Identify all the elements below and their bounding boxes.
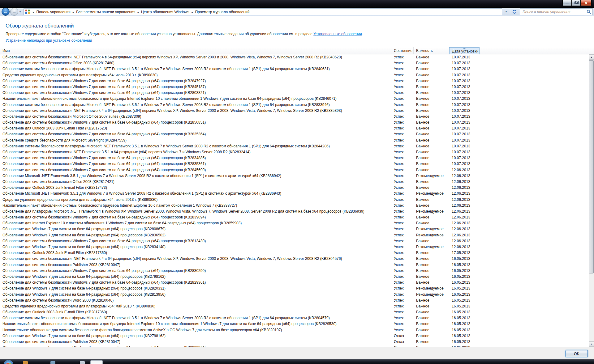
taskbar-icon[interactable]	[50, 361, 55, 364]
table-row[interactable]: Обновление для Windows 7 для систем на б…	[0, 226, 589, 232]
installed-updates-link[interactable]: Установленные обновления	[313, 32, 362, 36]
breadcrumb-item[interactable]: Панель управления	[37, 10, 71, 14]
taskbar-button[interactable]	[90, 360, 103, 364]
table-row[interactable]: Обновление для системы безопасности Wind…	[0, 155, 589, 161]
taskbar[interactable]	[0, 359, 594, 364]
close-button[interactable]: ✕	[580, 0, 592, 6]
table-row[interactable]: Обновление для системы безопасности Word…	[0, 298, 589, 303]
table-row[interactable]: Обновление для системы безопасности Wind…	[0, 280, 589, 286]
breadcrumb-item[interactable]: Центр обновления Windows	[141, 10, 189, 14]
table-row[interactable]: Обновление системы безопасности платформ…	[0, 315, 589, 321]
table-row[interactable]: Обновление для системы безопасности Wind…	[0, 90, 589, 96]
row-status: Успех	[394, 185, 413, 191]
row-importance: Важное	[416, 155, 449, 161]
table-row[interactable]: Обновление Microsoft .NET Framework 3.5.…	[0, 191, 589, 197]
column-header-status[interactable]: Состояние	[391, 47, 414, 54]
table-row[interactable]: Обновление для Windows 7 для систем на б…	[0, 292, 589, 298]
table-row[interactable]: Обновление средств безопасности для Micr…	[0, 138, 589, 143]
table-row[interactable]: Обновление для системы безопасности Wind…	[0, 238, 589, 244]
table-row[interactable]: Обновление для системы безопасности Wind…	[0, 268, 589, 274]
row-date: 10.07.2013	[452, 84, 480, 90]
scrollbar-thumb[interactable]	[589, 60, 594, 273]
breadcrumb-group: ▸Все элементы панели управления	[71, 9, 136, 14]
search-input[interactable]	[522, 9, 585, 15]
column-header-date[interactable]: Дата установки	[449, 47, 480, 55]
table-row[interactable]: Накопительный пакет обновления системы б…	[0, 96, 589, 102]
table-row[interactable]: Обновление для системы безопасности Offi…	[0, 179, 589, 185]
table-row[interactable]: Обновление для Windows 7 для систем на б…	[0, 274, 589, 280]
table-row[interactable]: Обновление для системы безопасности Wind…	[0, 84, 589, 90]
minimize-button[interactable]: —	[562, 0, 572, 6]
table-row[interactable]: Обновление для Outlook 2003 Junk E-mail …	[0, 250, 589, 256]
search-box[interactable]	[520, 8, 593, 15]
table-row[interactable]: Средство удаления вредоносных программ д…	[0, 197, 589, 203]
breadcrumb-separator-icon: ▸	[192, 11, 193, 14]
table-row[interactable]: Обновление для Windows 7 для систем на б…	[0, 333, 589, 339]
table-row[interactable]: Обновление для системы безопасности .NET…	[0, 149, 589, 155]
taskbar-icon[interactable]	[23, 361, 28, 364]
row-importance: Важное	[416, 203, 449, 209]
table-row[interactable]: Обновление для Outlook 2003 Junk E-mail …	[0, 185, 589, 191]
address-dropdown-button[interactable]: ▼	[503, 8, 509, 15]
row-date: 12.06.2013	[452, 238, 480, 244]
table-row[interactable]: Обновление для Windows 7 для систем на б…	[0, 244, 589, 250]
start-button[interactable]	[3, 360, 14, 364]
table-row[interactable]: Обновление для системы безопасности Offi…	[0, 60, 589, 66]
table-row[interactable]: Обновление для Windows 7 для систем на б…	[0, 286, 589, 291]
troubleshoot-link[interactable]: Устранение неполадок при установке обнов…	[6, 38, 92, 43]
refresh-button[interactable]	[511, 9, 518, 15]
recent-pages-chevron-icon[interactable]: ▾	[19, 11, 21, 13]
table-row[interactable]: Обновление для системы безопасности Wind…	[0, 161, 589, 167]
row-status: Успех	[394, 209, 413, 214]
breadcrumb-item[interactable]: Все элементы панели управления	[76, 10, 135, 14]
taskbar-icon[interactable]	[80, 361, 85, 364]
scroll-up-button[interactable]: ▲	[589, 54, 594, 60]
breadcrumb-item[interactable]: Просмотр журнала обновлений	[195, 10, 250, 14]
table-row[interactable]: Накопительное обновление для системы без…	[0, 327, 589, 333]
vertical-scrollbar[interactable]: ▲ ▼	[589, 54, 594, 347]
ok-button[interactable]: OK	[566, 350, 588, 357]
table-row[interactable]: Обновление для Internet Explorer 10 с па…	[0, 220, 589, 226]
row-name: Обновление для Outlook 2003 Junk E-mail …	[2, 250, 389, 256]
table-row[interactable]: Обновление Microsoft .NET Framework 3.5.…	[0, 173, 589, 179]
forward-button[interactable]: →	[10, 8, 18, 16]
back-button[interactable]: ←	[2, 8, 10, 16]
row-date: 12.06.2013	[452, 179, 480, 185]
table-row[interactable]: Обновление для системы безопасности Wind…	[0, 167, 589, 173]
scroll-down-button[interactable]: ▼	[589, 341, 594, 347]
restore-button[interactable]	[572, 0, 580, 6]
table-row[interactable]: Обновление для Outlook 2003 Junk E-mail …	[0, 309, 589, 315]
table-row[interactable]: Средство удаления вредоносных программ д…	[0, 303, 589, 309]
table-row[interactable]: Обновление для системы безопасности Wind…	[0, 214, 589, 220]
table-row[interactable]: Обновление для платформы Microsoft .NET …	[0, 209, 589, 214]
table-row[interactable]: Обновление для системы безопасности Wind…	[0, 131, 589, 137]
table-row[interactable]: Накопительный пакет обновления системы б…	[0, 203, 589, 209]
table-row[interactable]: Обновление системы безопасности платформ…	[0, 143, 589, 149]
table-row[interactable]: Средство удаления вредоносных программ д…	[0, 72, 589, 78]
address-bar[interactable]: ▸Панель управления▸Все элементы панели у…	[24, 8, 502, 15]
table-row[interactable]: Обновление для системы безопасности .NET…	[0, 54, 589, 60]
table-row[interactable]: Обновление системы безопасности платформ…	[0, 102, 589, 108]
column-header-importance[interactable]: Важность	[414, 47, 449, 54]
table-row[interactable]: Обновление для системы безопасности .NET…	[0, 256, 589, 262]
table-row[interactable]: Обновление для системы безопасности Publ…	[0, 262, 589, 268]
row-date: 16.05.2013	[452, 298, 480, 303]
table-row[interactable]: Обновление для Outlook 2003 Junk E-mail …	[0, 125, 589, 131]
row-name: Средство удаления вредоносных программ д…	[2, 72, 389, 78]
table-row[interactable]: Обновление для системы безопасности Publ…	[0, 339, 589, 345]
row-name: Средство удаления вредоносных программ д…	[2, 197, 389, 203]
table-row[interactable]: Обновление для системы безопасности .NET…	[0, 108, 589, 114]
row-date: 10.07.2013	[452, 138, 480, 143]
row-name: Обновление для системы безопасности Micr…	[2, 114, 389, 120]
table-row[interactable]: Обновление системы безопасности платформ…	[0, 66, 589, 72]
column-header-name[interactable]: Имя	[0, 47, 391, 54]
table-row[interactable]: Обновление для Windows 7 для систем на б…	[0, 232, 589, 238]
table-row[interactable]: Обновление для системы безопасности Wind…	[0, 120, 589, 125]
table-row[interactable]: Обновление для системы безопасности Wind…	[0, 78, 589, 84]
row-date: 16.05.2013	[452, 292, 480, 298]
forward-arrow-icon: →	[12, 9, 16, 14]
table-row[interactable]: Накопительный пакет обновления системы б…	[0, 321, 589, 327]
row-name: Обновление системы безопасности платформ…	[2, 66, 389, 72]
table-row[interactable]: Обновление для системы безопасности Micr…	[0, 114, 589, 120]
row-importance: Важное	[416, 197, 449, 203]
